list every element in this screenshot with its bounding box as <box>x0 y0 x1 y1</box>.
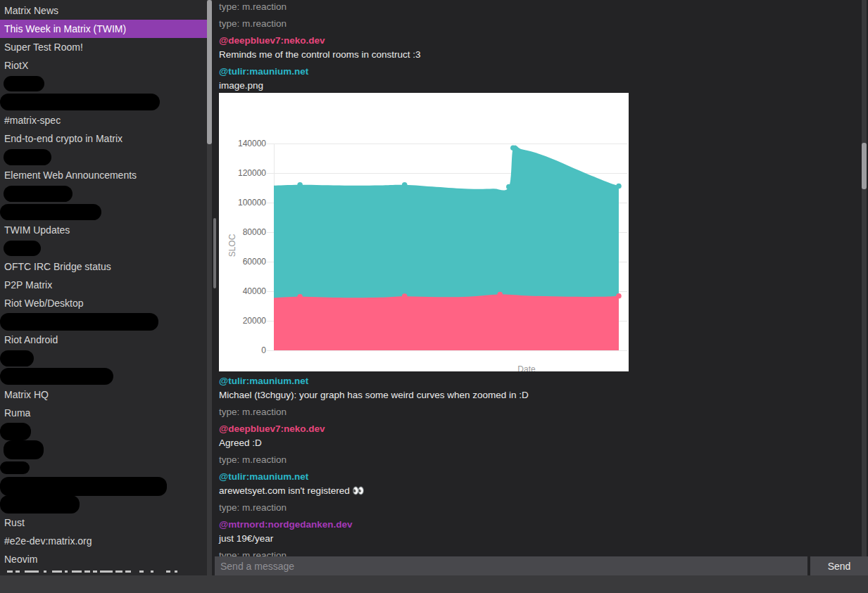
message-body: Michael (t3chguy): your graph has some w… <box>219 388 862 402</box>
sidebar-item-redacted[interactable] <box>0 148 207 166</box>
data-point-js <box>510 146 516 151</box>
sender-name[interactable]: @tulir:maunium.net <box>219 470 862 484</box>
message: @mtrnord:nordgedanken.devjust 19€/year <box>219 518 862 546</box>
series-area-ts <box>274 295 619 350</box>
data-point-js <box>297 182 303 188</box>
redacted-room-name <box>0 461 30 474</box>
sidebar-item-this-week-in-matrix-twim-[interactable]: This Week in Matrix (TWIM) <box>0 20 207 38</box>
sidebar-item-redacted[interactable] <box>0 477 207 495</box>
sidebar-item-redacted[interactable] <box>0 349 207 367</box>
room-list: Matrix NewsThis Week in Matrix (TWIM)Sup… <box>0 1 207 568</box>
redacted-room-name <box>0 477 167 496</box>
room-name-label: P2P Matrix <box>4 279 52 291</box>
chart-plot-area <box>274 144 627 350</box>
sidebar-item-element-web-announcements[interactable]: Element Web Announcements <box>0 166 207 184</box>
data-point-ts <box>616 293 622 299</box>
message-body: Reminds me of the control rooms in const… <box>219 48 862 62</box>
y-axis-title: SLOC <box>227 234 237 257</box>
room-name-label: Neovim <box>4 554 37 565</box>
y-tick-label: 60000 <box>219 257 266 267</box>
room-name-label: #e2e-dev:matrix.org <box>4 535 92 547</box>
sidebar-item-redacted[interactable] <box>0 184 207 203</box>
room-name-label: Riot Android <box>4 334 58 345</box>
tick-mark <box>267 173 274 174</box>
sidebar-item-redacted[interactable] <box>0 203 207 221</box>
room-name-label: RiotX <box>4 60 28 71</box>
send-button[interactable]: Send <box>810 556 868 575</box>
redacted-room-name <box>4 186 73 202</box>
message-body: Agreed :D <box>219 436 862 450</box>
room-name-label: Super Test Room! <box>4 42 83 53</box>
sidebar-item-redacted[interactable] <box>0 422 207 440</box>
room-name-label: #matrix-spec <box>4 115 61 126</box>
message-composer: Send <box>215 556 868 575</box>
sender-name[interactable]: @mtrnord:nordgedanken.dev <box>219 518 862 532</box>
sidebar-item-redacted[interactable] <box>0 75 207 93</box>
sidebar-item-redacted[interactable] <box>0 239 207 257</box>
event-meta-text: type: m.reaction <box>219 405 862 419</box>
tick-mark <box>267 350 274 351</box>
sidebar-item-oftc-irc-bridge-status[interactable]: OFTC IRC Bridge status <box>0 257 207 276</box>
sidebar-item--matrix-spec[interactable]: #matrix-spec <box>0 111 207 129</box>
data-point-ts <box>497 292 503 298</box>
sidebar-item-redacted[interactable] <box>0 93 207 111</box>
room-name-label: TWIM Updates <box>4 224 70 236</box>
redacted-room-name <box>4 149 51 165</box>
room-name-label: Rust <box>4 517 25 528</box>
message-body: just 19€/year <box>219 532 862 546</box>
redacted-room-name <box>4 241 41 256</box>
room-list-sidebar: Matrix NewsThis Week in Matrix (TWIM)Sup… <box>0 0 207 575</box>
sidebar-item-riot-web-desktop[interactable]: Riot Web/Desktop <box>0 294 207 312</box>
data-point-js <box>506 184 512 190</box>
y-tick-label: 140000 <box>219 139 266 148</box>
sidebar-item-clipped[interactable] <box>0 568 207 575</box>
chart-attachment-image[interactable]: Are We TS Yet?tsjs0200004000060000800001… <box>219 93 629 371</box>
sender-name[interactable]: @deepbluev7:neko.dev <box>219 422 862 436</box>
sidebar-item-end-to-end-crypto-in-matrix[interactable]: End-to-end crypto in Matrix <box>0 129 207 148</box>
event-meta-text: type: m.reaction <box>219 453 862 467</box>
sidebar-item-redacted[interactable] <box>0 440 207 459</box>
message: @deepbluev7:neko.devReminds me of the co… <box>219 34 862 62</box>
sender-name[interactable]: @deepbluev7:neko.dev <box>219 34 862 48</box>
sidebar-item-matrix-news[interactable]: Matrix News <box>0 1 207 20</box>
sidebar-item-twim-updates[interactable]: TWIM Updates <box>0 221 207 239</box>
sidebar-item-redacted[interactable] <box>0 459 207 477</box>
message-body: image.png <box>219 79 862 93</box>
y-tick-label: 120000 <box>219 168 266 178</box>
room-name-label: This Week in Matrix (TWIM) <box>4 23 126 34</box>
window-footer-strip <box>0 575 868 593</box>
room-name-label: Riot Web/Desktop <box>4 298 84 309</box>
message: @deepbluev7:neko.devAgreed :D <box>219 422 862 450</box>
timeline-scrollbar-thumb[interactable] <box>862 143 867 189</box>
tick-mark <box>267 203 274 203</box>
timeline-scrollbar-track[interactable] <box>862 0 867 575</box>
y-tick-label: 40000 <box>219 286 266 296</box>
redacted-room-name <box>0 423 31 440</box>
sidebar-item-ruma[interactable]: Ruma <box>0 404 207 422</box>
sidebar-item-p2p-matrix[interactable]: P2P Matrix <box>0 276 207 294</box>
message-timeline: type: m.reactiontype: m.reaction@deepblu… <box>217 0 862 575</box>
message-input[interactable] <box>215 556 807 575</box>
y-tick-label: 20000 <box>219 316 266 326</box>
sidebar-item--e2e-dev-matrix-org[interactable]: #e2e-dev:matrix.org <box>0 532 207 550</box>
sidebar-item-riot-android[interactable]: Riot Android <box>0 331 207 349</box>
sidebar-item-rust[interactable]: Rust <box>0 514 207 532</box>
sidebar-scrollbar-thumb[interactable] <box>207 0 212 144</box>
sender-name[interactable]: @tulir:maunium.net <box>219 65 862 79</box>
tick-mark <box>267 291 274 292</box>
sidebar-item-matrix-hq[interactable]: Matrix HQ <box>0 385 207 404</box>
sidebar-item-super-test-room-[interactable]: Super Test Room! <box>0 38 207 56</box>
y-tick-label: 0 <box>219 345 266 355</box>
redacted-room-name <box>0 94 160 110</box>
sidebar-item-riotx[interactable]: RiotX <box>0 56 207 75</box>
redacted-room-name <box>0 204 101 220</box>
message: @tulir:maunium.netarewetsyet.com isn't r… <box>219 470 862 498</box>
sidebar-scrollbar-track[interactable] <box>207 0 212 575</box>
sidebar-item-neovim[interactable]: Neovim <box>0 550 207 568</box>
y-tick-label: 100000 <box>219 198 266 208</box>
sidebar-item-redacted[interactable] <box>0 367 207 385</box>
sidebar-item-redacted[interactable] <box>0 312 207 331</box>
splitter-handle[interactable] <box>213 218 216 288</box>
sender-name[interactable]: @tulir:maunium.net <box>219 374 862 388</box>
sidebar-item-redacted[interactable] <box>0 495 207 514</box>
